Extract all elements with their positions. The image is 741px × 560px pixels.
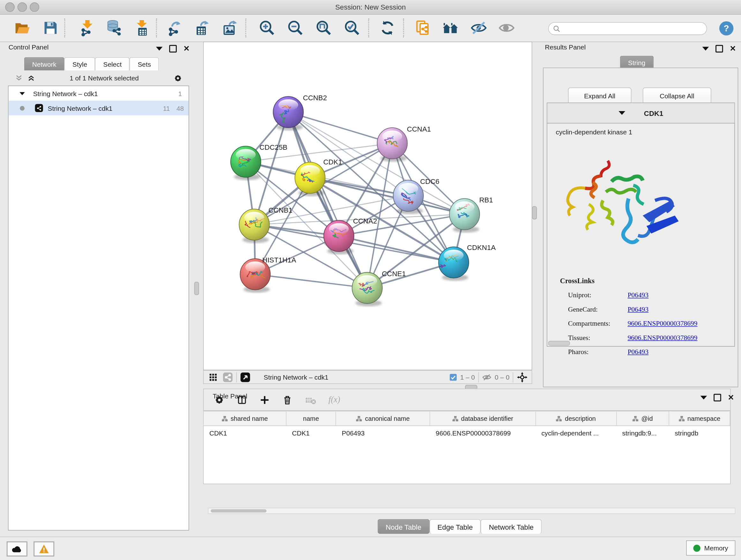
crosslink-link[interactable]: 9606.ENSP00000378699 <box>628 334 697 342</box>
zoom-fit-icon[interactable] <box>313 17 334 38</box>
export-network-icon[interactable] <box>164 17 185 38</box>
warnings-button[interactable] <box>33 542 54 557</box>
birds-eye-navigator-icon[interactable] <box>517 371 528 383</box>
network-node-CCNE1[interactable]: CCNE1 <box>352 270 406 307</box>
column-header-name[interactable]: name <box>286 411 336 425</box>
section-collapse-icon[interactable] <box>618 111 625 115</box>
home-networks-icon[interactable] <box>440 17 461 38</box>
tab-network-table[interactable]: Network Table <box>481 519 542 534</box>
zoom-selected-icon[interactable] <box>342 17 362 38</box>
toolbar-separator <box>368 18 369 37</box>
open-session-icon[interactable] <box>12 17 32 38</box>
collection-collapse-icon[interactable] <box>19 92 25 95</box>
table-cell[interactable]: stringdb:9... <box>616 429 669 437</box>
network-row[interactable]: String Network – cdk1 11 48 <box>9 101 189 115</box>
crosslink-link[interactable]: P06493 <box>628 348 649 356</box>
node-gloss <box>382 131 402 142</box>
column-header-@id[interactable]: @id <box>616 411 669 425</box>
table-hscrollbar[interactable] <box>208 508 736 514</box>
network-canvas[interactable]: CCNB2CCNA1CDC25BCDK1CDC6RB1CCNB1CCNA2CDK… <box>203 42 532 370</box>
network-node-CCNA1[interactable]: CCNA1 <box>377 125 431 162</box>
network-edge <box>288 112 367 288</box>
panel-maximize-icon[interactable] <box>716 45 723 53</box>
network-node-HIST1H1A[interactable]: HIST1H1A <box>240 256 296 293</box>
network-edge <box>255 274 367 288</box>
export-image-icon[interactable] <box>220 17 241 38</box>
table-cell[interactable]: stringdb <box>669 429 730 437</box>
zoom-in-icon[interactable] <box>257 17 277 38</box>
network-node-CCNB1[interactable]: CCNB1 <box>239 206 292 243</box>
crosslink-link[interactable]: 9606.ENSP00000378699 <box>628 320 697 327</box>
column-header-shared-name[interactable]: shared name <box>204 411 286 425</box>
open-in-browser-icon[interactable] <box>240 372 251 382</box>
column-label: namespace <box>687 415 720 422</box>
crosslink-link[interactable]: P06493 <box>628 306 649 314</box>
table-cell[interactable]: 9606.ENSP00000378699 <box>430 429 536 437</box>
tab-style[interactable]: Style <box>64 57 95 70</box>
network-node-CDC25B[interactable]: CDC25B <box>231 143 287 180</box>
table-cell[interactable]: cyclin-dependent ... <box>536 429 616 437</box>
table-row[interactable]: CDK1CDK1P064939606.ENSP00000378699cyclin… <box>204 426 730 440</box>
tab-sets[interactable]: Sets <box>130 57 159 70</box>
panel-close-icon[interactable]: ✕ <box>728 395 734 401</box>
panel-float-icon[interactable] <box>156 47 163 51</box>
hide-panel-eye-slash-icon[interactable] <box>468 17 489 38</box>
column-header-canonical-name[interactable]: canonical name <box>336 411 430 425</box>
memory-button[interactable]: Memory <box>686 541 735 556</box>
panel-close-icon[interactable]: ✕ <box>184 46 190 52</box>
protein-description: cyclin-dependent kinase 1 <box>547 124 734 136</box>
collapse-all-tree-icon[interactable] <box>15 74 23 82</box>
network-node-RB1[interactable]: RB1 <box>449 196 493 233</box>
table-cell[interactable]: CDK1 <box>204 429 286 437</box>
node-table-header: shared namenamecanonical namedatabase id… <box>204 411 730 426</box>
panel-float-icon[interactable] <box>702 47 709 51</box>
left-splitter-handle[interactable] <box>194 282 199 295</box>
panel-close-icon[interactable]: ✕ <box>730 46 736 52</box>
column-header-database-identifier[interactable]: database identifier <box>430 411 536 425</box>
delete-column-trash-icon[interactable] <box>282 395 293 405</box>
expand-all-tree-icon[interactable] <box>27 74 35 82</box>
crosslink-link[interactable]: P06493 <box>628 291 649 299</box>
cloud-button[interactable] <box>7 542 27 557</box>
create-column-plus-icon[interactable] <box>259 395 270 405</box>
import-network-database-icon[interactable] <box>103 17 124 38</box>
panel-maximize-icon[interactable] <box>169 45 177 53</box>
network-node-CCNA2[interactable]: CCNA2 <box>324 217 377 254</box>
network-node-CCNB2[interactable]: CCNB2 <box>273 94 327 131</box>
panel-float-icon[interactable] <box>700 396 707 400</box>
tab-string[interactable]: String <box>620 56 654 69</box>
tab-node-table[interactable]: Node Table <box>378 519 429 534</box>
protein-section-header[interactable]: CDK1 <box>547 103 734 124</box>
tab-select[interactable]: Select <box>95 57 130 70</box>
collection-label: String Network – cdk1 <box>33 90 98 98</box>
refresh-icon[interactable] <box>377 17 398 38</box>
table-cell[interactable]: CDK1 <box>286 429 336 437</box>
results-hscroll-thumb[interactable] <box>548 341 570 346</box>
selected-checkbox-icon[interactable] <box>449 373 457 381</box>
import-table-file-icon[interactable] <box>131 17 152 38</box>
duplicate-network-icon[interactable] <box>413 17 433 38</box>
column-header-description[interactable]: description <box>536 411 616 425</box>
network-footer-title: String Network – cdk1 <box>264 373 328 381</box>
column-header-namespace[interactable]: namespace <box>669 411 730 425</box>
expand-all-button[interactable]: Expand All <box>568 87 631 104</box>
grid-view-icon[interactable] <box>208 372 218 382</box>
panel-maximize-icon[interactable] <box>714 394 721 401</box>
import-network-file-icon[interactable] <box>77 17 98 38</box>
network-collection-row[interactable]: String Network – cdk1 1 <box>9 86 189 101</box>
network-options-gear-icon[interactable] <box>173 73 182 82</box>
tab-network[interactable]: Network <box>24 57 64 70</box>
network-node-CDKN1A[interactable]: CDKN1A <box>439 244 495 281</box>
save-session-icon[interactable] <box>40 17 61 38</box>
zoom-out-icon[interactable] <box>285 17 306 38</box>
help-icon[interactable]: ? <box>719 21 733 36</box>
table-hscroll-thumb[interactable] <box>211 509 266 512</box>
table-cell[interactable]: P06493 <box>336 429 430 437</box>
string-style-icon[interactable] <box>223 372 233 382</box>
show-panel-eye-icon[interactable] <box>496 17 517 38</box>
collapse-all-button[interactable]: Collapse All <box>643 87 711 104</box>
search-input[interactable] <box>560 24 695 33</box>
node-gloss <box>278 99 298 111</box>
export-table-icon[interactable] <box>192 17 212 38</box>
tab-edge-table[interactable]: Edge Table <box>429 519 481 534</box>
